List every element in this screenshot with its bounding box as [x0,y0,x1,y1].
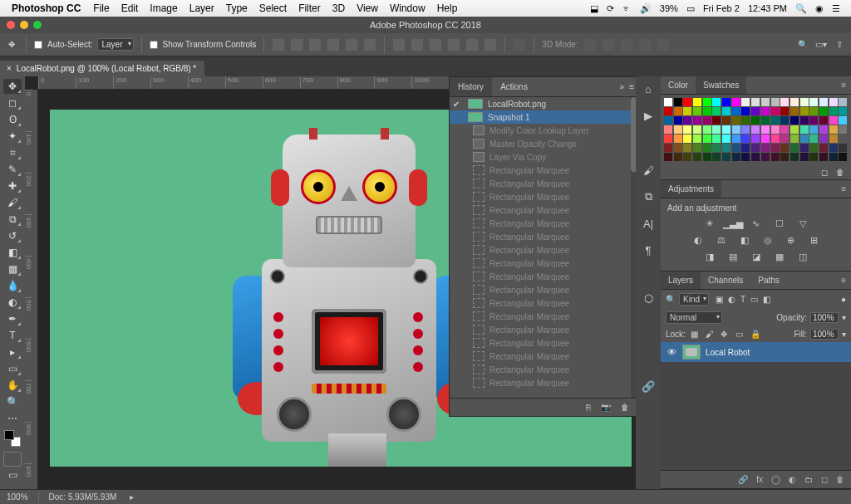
swatch[interactable] [693,153,701,161]
align-top-icon[interactable] [327,38,340,51]
distribute-hcenter-icon[interactable] [465,38,479,51]
vibrance-icon[interactable]: ▽ [796,218,809,229]
share-icon[interactable]: ⇪ [833,38,846,51]
history-state[interactable]: Rectangular Marquee [450,336,636,350]
swatch[interactable] [819,98,828,106]
layers-tab[interactable]: Layers [661,272,701,289]
opacity-input[interactable] [810,312,839,323]
swatch[interactable] [683,125,691,134]
history-state[interactable]: Rectangular Marquee [450,164,636,177]
layers-panel-menu-icon[interactable]: ≡ [836,276,851,285]
swatch[interactable] [664,116,672,125]
swatch[interactable] [674,144,682,152]
swatch[interactable] [664,153,672,161]
swatch[interactable] [741,135,750,143]
menu-select[interactable]: Select [259,2,287,14]
menu-3d[interactable]: 3D [332,2,345,14]
adjustments-tab[interactable]: Adjustments [661,180,721,198]
crop-tool[interactable]: ⌗ [3,145,22,160]
filter-kind-icon[interactable]: 🔍 [666,295,676,304]
swatch[interactable] [693,116,701,125]
clone-stamp-tool[interactable]: ⧉ [3,212,22,227]
distribute-right-icon[interactable] [484,38,497,51]
swatch[interactable] [800,125,809,134]
swatch[interactable] [741,153,750,161]
align-right-icon[interactable] [308,38,322,51]
swatch[interactable] [664,107,672,115]
history-state[interactable]: Rectangular Marquee [450,270,636,283]
minimize-window-button[interactable] [20,21,28,29]
distribute-vcenter-icon[interactable] [411,38,424,51]
threed-dolly-icon[interactable] [620,38,633,51]
distribute-left-icon[interactable] [447,38,460,51]
swatch[interactable] [809,116,818,125]
zoom-tool[interactable]: 🔍 [3,394,22,409]
menu-help[interactable]: Help [437,2,458,14]
dropbox-icon[interactable]: ⬓ [590,3,598,14]
swatch[interactable] [839,125,847,134]
swatch[interactable] [693,107,701,115]
history-state[interactable]: Rectangular Marquee [450,283,636,296]
align-vcenter-icon[interactable] [345,38,358,51]
filter-kind-dropdown[interactable]: Kind [679,293,709,306]
swatch[interactable] [664,144,672,152]
swatch[interactable] [809,144,818,152]
menu-file[interactable]: File [93,2,109,14]
swatch[interactable] [712,135,721,143]
healing-tool[interactable]: ✚ [3,179,22,193]
menu-edit[interactable]: Edit [121,2,139,14]
brightness-contrast-icon[interactable]: ☀ [703,218,716,229]
swatch[interactable] [674,135,682,143]
quick-select-tool[interactable]: ✦ [3,129,22,144]
fill-input[interactable] [810,329,839,340]
create-document-from-state-icon[interactable]: ⎘ [586,403,591,412]
lock-all-icon[interactable]: 🔒 [750,330,760,340]
swatch[interactable] [683,107,691,115]
delete-swatch-icon[interactable]: 🗑 [836,168,844,177]
show-transform-checkbox[interactable] [150,41,158,49]
threed-orbit-icon[interactable] [583,38,597,51]
menu-image[interactable]: Image [150,2,177,14]
swatch[interactable] [751,116,760,125]
hue-sat-icon[interactable]: ◐ [691,234,705,246]
swatch[interactable] [809,135,818,143]
filter-adjust-icon[interactable]: ◐ [728,295,735,304]
layer-fx-icon[interactable]: fx [756,475,763,484]
foreground-background-colors[interactable] [4,430,21,447]
swatch[interactable] [683,144,691,152]
swatch[interactable] [751,107,760,115]
app-menu[interactable]: Photoshop CC [12,2,81,14]
invert-icon[interactable]: ◨ [703,251,716,262]
brush-settings-panel-icon[interactable]: ⧉ [641,189,656,204]
search-icon[interactable]: 🔍 [796,38,809,51]
swatch[interactable] [829,144,838,152]
swatch[interactable] [732,144,740,152]
swatch[interactable] [819,135,828,143]
swatch[interactable] [780,125,789,134]
wifi-icon[interactable]: ᯤ [622,3,632,13]
layer-thumbnail[interactable] [682,345,701,360]
swatch[interactable] [761,98,770,106]
close-window-button[interactable] [7,21,15,29]
history-state[interactable]: ✔LocalRobot.png [450,97,636,110]
swatch[interactable] [780,116,789,125]
swatch[interactable] [809,98,818,106]
swatch[interactable] [722,125,730,134]
lock-artboard-icon[interactable]: ▭ [735,330,745,340]
lock-pixels-icon[interactable]: 🖌 [706,330,716,340]
paths-tab[interactable]: Paths [750,272,787,289]
eraser-tool[interactable]: ◧ [3,245,22,260]
auto-select-checkbox[interactable] [34,41,42,49]
pen-tool[interactable]: ✒ [3,311,22,326]
swatch[interactable] [732,98,740,106]
edit-toolbar[interactable]: ⋯ [3,411,22,426]
character-panel-icon[interactable]: A| [641,216,656,231]
channel-mixer-icon[interactable]: ⊕ [785,234,798,246]
quick-mask-toggle[interactable] [3,452,22,467]
swatch[interactable] [839,107,847,115]
swatch[interactable] [664,125,672,134]
screen-mode-toggle[interactable]: ▭ [3,467,22,482]
swatch[interactable] [829,125,838,134]
swatch[interactable] [674,153,682,161]
swatch[interactable] [722,98,730,106]
